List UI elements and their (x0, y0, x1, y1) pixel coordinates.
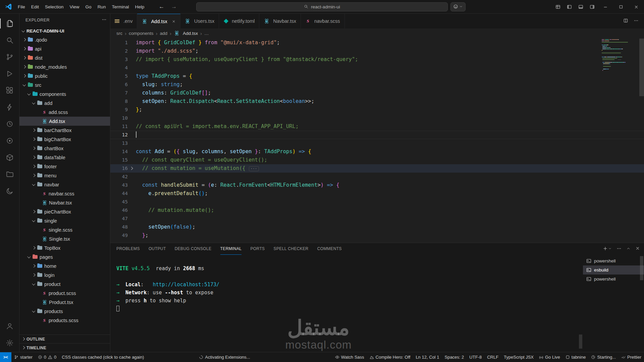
file-add.tsx[interactable]: Add.tsx (19, 117, 110, 126)
breadcrumb-item[interactable]: … (204, 31, 209, 36)
file-navbar.scss[interactable]: Snavbar.scss (19, 189, 110, 198)
code-line-45[interactable]: 45 (110, 198, 644, 206)
status-prettier[interactable]: Prettier (619, 352, 644, 362)
code-editor[interactable]: 1import { GridColDef } from "@mui/x-data… (110, 38, 644, 243)
menu-help[interactable]: Help (132, 0, 147, 14)
folder-single[interactable]: single (19, 216, 110, 225)
folder-add[interactable]: add (19, 99, 110, 108)
folder-products[interactable]: products (19, 307, 110, 316)
folder-components[interactable]: components (19, 89, 110, 99)
code-line-5[interactable]: 5type TAddProps = { (110, 72, 644, 80)
folder-product[interactable]: product (19, 280, 110, 289)
status-activating-extensions[interactable]: Activating Extensions... (196, 352, 253, 362)
customize-layout-button[interactable] (552, 0, 564, 14)
panel-tab-output[interactable]: OUTPUT (149, 243, 166, 255)
tab-netlify.toml[interactable]: netlify.toml (219, 14, 259, 28)
menu-view[interactable]: View (67, 0, 83, 14)
status-encoding[interactable]: UTF-8 (467, 352, 484, 362)
activitybar-thunder-client[interactable] (0, 99, 19, 116)
chevron-right-icon[interactable] (31, 127, 37, 133)
chevron-right-icon[interactable] (21, 46, 28, 52)
toggle-secondary-sidebar-button[interactable] (586, 0, 598, 14)
editor-scrollbar[interactable] (639, 39, 644, 96)
folder-navbar[interactable]: navbar (19, 180, 110, 189)
status-starting[interactable]: Starting... (588, 352, 619, 362)
code-line-16[interactable]: 16 // const mutation = useMutation({··· (110, 164, 644, 173)
assistant-button[interactable] (450, 2, 466, 11)
file-single.tsx[interactable]: Single.tsx (19, 234, 110, 243)
file-products.scss[interactable]: Sproducts.scss (19, 316, 110, 325)
code-line-44[interactable]: 44 e.preventDefault(); (110, 189, 644, 198)
new-terminal-icon[interactable] (603, 246, 608, 252)
file-add.scss[interactable]: Sadd.scss (19, 108, 110, 117)
toggle-panel-button[interactable] (575, 0, 586, 14)
status-branch[interactable]: starter (11, 352, 35, 362)
menu-selection[interactable]: Selection (42, 0, 67, 14)
maximize-panel-icon[interactable] (626, 246, 631, 252)
toggle-primary-sidebar-button[interactable] (564, 0, 575, 14)
status-remote-indicator[interactable]: >< (0, 352, 11, 362)
code-line-7[interactable]: 7 columns: GridColDef[]; (110, 89, 644, 97)
status-language-mode[interactable]: TypeScript JSX (501, 352, 536, 362)
folder-footer[interactable]: footer (19, 162, 110, 171)
folder-pages[interactable]: pages (19, 252, 110, 261)
folder-chartbox[interactable]: chartBox (19, 144, 110, 153)
code-line-6[interactable]: 6 slug: string; (110, 80, 644, 89)
nav-forward-button[interactable]: → (171, 3, 177, 10)
activitybar-settings[interactable] (0, 335, 19, 351)
chevron-down-icon[interactable] (31, 308, 37, 314)
code-line-48[interactable]: 48 setOpen(false); (110, 223, 644, 231)
chevron-down-icon[interactable] (26, 254, 32, 260)
fold-indicator-icon[interactable] (128, 164, 136, 173)
code-line-15[interactable]: 15 // const queryClient = useQueryClient… (110, 156, 644, 164)
activitybar-search[interactable] (0, 32, 19, 49)
code-line-3[interactable]: 3// import { useMutation, useQueryClient… (110, 55, 644, 64)
breadcrumb-item[interactable]: add (160, 31, 168, 36)
code-line-46[interactable]: 46 // mutation.mutate(); (110, 206, 644, 215)
section-timeline[interactable]: TIMELINE (19, 343, 110, 352)
activitybar-history[interactable] (0, 116, 19, 132)
chevron-right-icon[interactable] (31, 164, 37, 170)
menu-edit[interactable]: Edit (28, 0, 42, 14)
close-tab-icon[interactable] (172, 19, 176, 23)
menu-go[interactable]: Go (83, 0, 95, 14)
terminal-instance-esbuild[interactable]: esbuild (583, 265, 644, 275)
activitybar-explorer[interactable] (0, 15, 19, 32)
code-line-8[interactable]: 8 setOpen: React.Dispatch<React.SetState… (110, 97, 644, 106)
folder-api[interactable]: api (19, 44, 110, 53)
tab-navbar.tsx[interactable]: Navbar.tsx (259, 14, 301, 28)
chevron-right-icon[interactable] (31, 173, 37, 179)
status-eol[interactable]: CRLF (484, 352, 501, 362)
panel-tab-debug-console[interactable]: DEBUG CONSOLE (175, 243, 212, 255)
status-cursor-position[interactable]: Ln 12, Col 1 (413, 352, 442, 362)
file-navbar.tsx[interactable]: Navbar.tsx (19, 198, 110, 207)
split-editor-icon[interactable] (623, 18, 628, 24)
menu-file[interactable]: File (15, 0, 28, 14)
project-root[interactable]: REACT-ADMIN-UI (19, 26, 110, 35)
section-outline[interactable]: OUTLINE (19, 335, 110, 343)
folder-bigchartbox[interactable]: bigChartBox (19, 135, 110, 144)
chevron-down-icon[interactable] (31, 182, 37, 188)
chevron-right-icon[interactable] (21, 37, 28, 43)
code-line-13[interactable]: 13 (110, 139, 644, 147)
panel-tab-ports[interactable]: PORTS (250, 243, 265, 255)
chevron-right-icon[interactable] (31, 155, 37, 161)
code-line-11[interactable]: 11// const apiUrl = import.meta.env.REAC… (110, 122, 644, 131)
folder-src[interactable]: src (19, 80, 110, 89)
chevron-down-icon[interactable] (31, 281, 37, 287)
close-window-button[interactable] (629, 0, 644, 14)
chevron-down-icon[interactable] (21, 82, 28, 88)
chevron-right-icon[interactable] (31, 263, 37, 269)
activitybar-run-debug[interactable] (0, 65, 19, 82)
editor-more-actions-icon[interactable] (634, 18, 639, 24)
activitybar-themes[interactable] (0, 183, 19, 199)
chevron-down-icon[interactable] (31, 100, 37, 106)
chevron-right-icon[interactable] (31, 272, 37, 278)
minimize-button[interactable] (598, 0, 613, 14)
folder-menu[interactable]: menu (19, 171, 110, 180)
tab-add.tsx[interactable]: Add.tsx (137, 14, 180, 28)
code-line-43[interactable]: 43 const handleSubmit = (e: React.FormEv… (110, 181, 644, 189)
activitybar-project-manager[interactable] (0, 166, 19, 183)
folder-datatable[interactable]: dataTable (19, 153, 110, 162)
chevron-right-icon[interactable] (31, 145, 37, 152)
